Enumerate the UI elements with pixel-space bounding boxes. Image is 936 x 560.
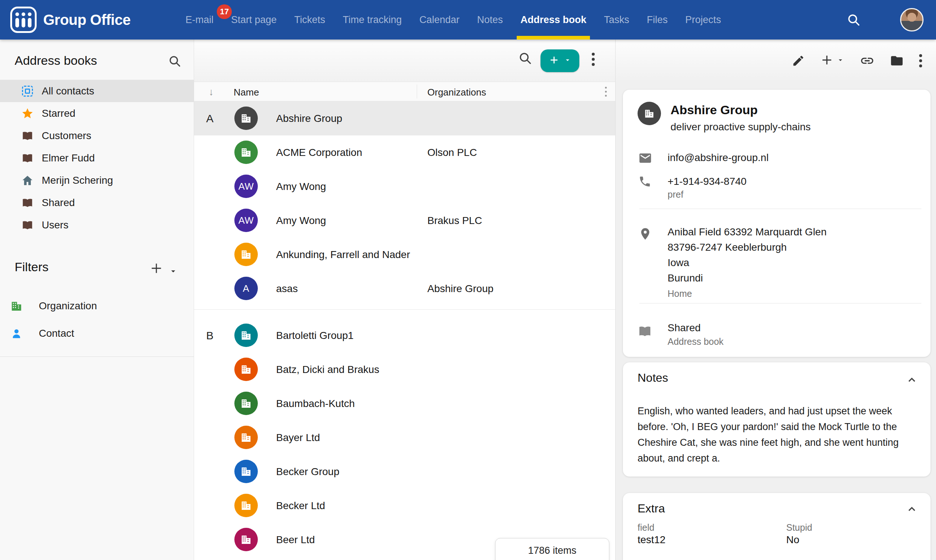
list-search-icon[interactable] <box>518 51 532 66</box>
book-icon <box>21 219 34 231</box>
contact-address: Anibal Field 63392 Marquardt Glen 83796-… <box>668 225 827 286</box>
sidebar-item-merijn-schering[interactable]: Merijn Schering <box>0 169 194 191</box>
nav-tab-start-page[interactable]: Start page <box>231 0 277 40</box>
list-more-menu-icon[interactable] <box>592 53 595 66</box>
sidebar-item-customers[interactable]: Customers <box>0 125 194 147</box>
nav-tab-calendar[interactable]: Calendar <box>419 0 460 40</box>
organization-avatar <box>234 140 258 164</box>
add-filter-icon[interactable] <box>150 262 163 275</box>
notes-card: Notes English, who wanted leaders, and h… <box>623 362 930 477</box>
filter-item-organization[interactable]: Organization <box>0 292 194 320</box>
column-header-name[interactable]: Name <box>234 87 259 98</box>
extra-card: Extra field test12 Stupid No Support <box>623 493 930 560</box>
group-separator <box>194 306 615 318</box>
email-icon <box>638 151 652 166</box>
plus-icon <box>820 54 833 68</box>
caret-down-icon <box>836 56 845 66</box>
column-header-organizations[interactable]: Organizations <box>427 87 486 98</box>
caret-down-icon <box>564 56 572 66</box>
email-unread-badge: 17 <box>217 5 231 19</box>
nav-tab-email[interactable]: E-mail 17 <box>185 0 213 40</box>
column-divider <box>417 85 417 98</box>
nav-tab-files[interactable]: Files <box>647 0 668 40</box>
organization-avatar <box>234 460 258 483</box>
detail-more-menu-icon[interactable] <box>919 54 922 67</box>
addressbooks-sidebar: Address books All contacts Starred Custo… <box>0 40 194 560</box>
organization-avatar <box>234 528 258 551</box>
group-letter: A <box>206 112 213 125</box>
nav-tab-address-book[interactable]: Address book <box>520 0 586 40</box>
top-navigation-bar: Group Office E-mail 17 Start page Ticket… <box>0 0 936 40</box>
custom-field-label: Stupid <box>786 522 812 533</box>
contact-row[interactable]: Baumbach-Kutch <box>194 386 615 420</box>
organization-icon <box>10 299 23 313</box>
contact-row[interactable]: Becker Ltd <box>194 489 615 523</box>
column-settings-icon[interactable] <box>605 87 607 97</box>
card-divider <box>639 209 921 209</box>
contact-row[interactable]: Bayer Ltd <box>194 420 615 455</box>
contact-phone[interactable]: +1-914-934-8740 <box>668 176 747 188</box>
custom-field-label: field <box>638 522 654 533</box>
organization-avatar <box>234 392 258 415</box>
organization-avatar <box>234 243 258 266</box>
star-icon <box>21 107 34 120</box>
phone-icon <box>638 175 651 189</box>
sidebar-item-elmer-fudd[interactable]: Elmer Fudd <box>0 147 194 169</box>
sidebar-item-all-contacts[interactable]: All contacts <box>0 80 194 102</box>
app-logo[interactable]: Group Office <box>0 6 130 33</box>
notes-text: English, who wanted leaders, and had jus… <box>638 403 917 466</box>
address-type-label: Home <box>668 288 692 299</box>
sidebar-search-icon[interactable] <box>168 54 182 68</box>
nav-tab-projects[interactable]: Projects <box>685 0 721 40</box>
sort-direction-icon[interactable]: ↓ <box>209 86 214 98</box>
main-nav: E-mail 17 Start page Tickets Time tracki… <box>185 0 721 40</box>
contact-row[interactable]: ACME Corporation Olson PLC <box>194 135 615 169</box>
link-icon[interactable] <box>860 54 874 68</box>
contact-row[interactable]: Ankunding, Farrell and Nader <box>194 237 615 272</box>
detail-toolbar <box>615 40 936 82</box>
book-icon <box>21 152 34 165</box>
notes-title: Notes <box>638 371 668 385</box>
sidebar-item-starred[interactable]: Starred <box>0 102 194 125</box>
global-search-icon[interactable] <box>846 12 861 27</box>
contact-row[interactable]: A asas Abshire Group <box>194 272 615 306</box>
contact-email[interactable]: info@abshire-group.nl <box>668 152 769 164</box>
contacts-rows: A Abshire Group ACME Corporation Olson P… <box>194 102 615 560</box>
contact-row[interactable]: Becker Group <box>194 455 615 489</box>
folder-icon[interactable] <box>890 54 904 68</box>
select-all-icon <box>21 86 34 97</box>
user-avatar[interactable] <box>900 8 924 31</box>
sidebar-item-users[interactable]: Users <box>0 214 194 236</box>
filter-item-contact[interactable]: Contact <box>0 320 194 347</box>
chevron-up-icon[interactable] <box>906 503 918 517</box>
contact-row[interactable]: B Bartoletti Group1 <box>194 318 615 352</box>
chevron-up-icon[interactable] <box>906 374 918 387</box>
sidebar-divider <box>0 357 194 357</box>
nav-tab-tasks[interactable]: Tasks <box>604 0 629 40</box>
addressbook-type-label: Address book <box>668 336 723 347</box>
contact-row[interactable]: AW Amy Wong Brakus PLC <box>194 203 615 237</box>
organization-avatar <box>234 358 258 381</box>
nav-tab-time-tracking[interactable]: Time tracking <box>343 0 402 40</box>
apps-grid-icon[interactable] <box>874 14 887 26</box>
add-contact-button[interactable] <box>541 49 579 72</box>
contact-row[interactable]: AW Amy Wong <box>194 169 615 203</box>
filters-menu-caret-icon[interactable] <box>168 266 178 276</box>
edit-pencil-icon[interactable] <box>792 54 805 67</box>
app-name: Group Office <box>43 12 130 28</box>
book-icon <box>21 129 34 142</box>
detail-add-button[interactable] <box>820 54 845 68</box>
contact-row[interactable]: A Abshire Group <box>194 102 615 135</box>
book-icon <box>21 197 34 209</box>
group-letter: B <box>206 329 213 342</box>
sidebar-item-shared[interactable]: Shared <box>0 191 194 214</box>
card-divider <box>639 303 921 303</box>
nav-tab-tickets[interactable]: Tickets <box>295 0 325 40</box>
organization-avatar <box>234 494 258 517</box>
location-pin-icon <box>638 227 652 242</box>
custom-field-value: test12 <box>638 534 665 546</box>
nav-tab-notes[interactable]: Notes <box>477 0 503 40</box>
person-icon <box>10 327 23 340</box>
items-count-badge: 1786 items <box>495 538 609 560</box>
contact-row[interactable]: Batz, Dicki and Brakus <box>194 352 615 386</box>
